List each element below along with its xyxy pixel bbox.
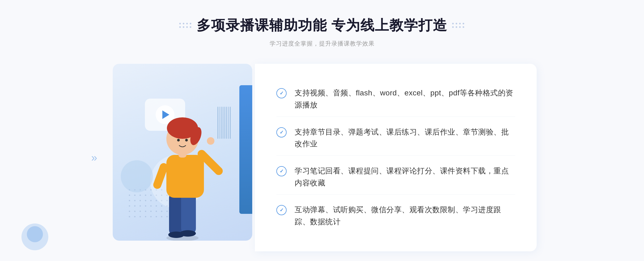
check-mark-4: ✓	[280, 207, 284, 213]
check-mark-3: ✓	[280, 168, 284, 174]
left-chevrons-decoration: »	[91, 152, 95, 164]
feature-item-1: ✓ 支持视频、音频、flash、word、excel、ppt、pdf等各种格式的…	[276, 82, 515, 117]
check-icon-3: ✓	[276, 166, 287, 176]
feature-text-3: 学习笔记回看、课程提问、课程评论打分、课件资料下载，重点内容收藏	[295, 165, 515, 189]
person-figure	[134, 101, 231, 241]
title-area: 多项录播课辅助功能 专为线上教学打造	[179, 16, 465, 35]
content-area: »	[107, 64, 537, 251]
check-icon-2: ✓	[276, 127, 287, 137]
features-panel: ✓ 支持视频、音频、flash、word、excel、ppt、pdf等各种格式的…	[255, 64, 537, 251]
svg-point-13	[185, 139, 188, 141]
svg-point-4	[180, 230, 196, 237]
feature-text-2: 支持章节目录、弹题考试、课后练习、课后作业、章节测验、批改作业	[295, 126, 515, 150]
svg-point-12	[177, 139, 180, 141]
feature-item-2: ✓ 支持章节目录、弹题考试、课后练习、课后作业、章节测验、批改作业	[276, 121, 515, 156]
check-icon-1: ✓	[276, 88, 287, 98]
feature-item-4: ✓ 互动弹幕、试听购买、微信分享、观看次数限制、学习进度跟踪、数据统计	[276, 199, 515, 233]
subtitle: 学习进度全掌握，提升录播课教学效果	[270, 40, 375, 48]
feature-text-1: 支持视频、音频、flash、word、excel、ppt、pdf等各种格式的资源…	[295, 87, 515, 111]
page-wrapper: 多项录播课辅助功能 专为线上教学打造 学习进度全掌握，提升录播课教学效果 »	[0, 0, 644, 261]
illustration-panel	[107, 64, 258, 246]
check-mark-2: ✓	[280, 129, 284, 135]
check-icon-4: ✓	[276, 205, 287, 215]
main-title: 多项录播课辅助功能 专为线上教学打造	[197, 16, 447, 35]
svg-point-14	[207, 137, 214, 145]
svg-rect-7	[152, 162, 169, 190]
svg-rect-2	[181, 192, 196, 234]
blue-vertical-strip	[239, 85, 252, 214]
check-mark-1: ✓	[280, 90, 284, 96]
feature-item-3: ✓ 学习笔记回看、课程提问、课程评论打分、课件资料下载，重点内容收藏	[276, 160, 515, 195]
bottom-left-circle-2	[27, 226, 43, 242]
illustration-background	[113, 64, 252, 241]
feature-text-4: 互动弹幕、试听购买、微信分享、观看次数限制、学习进度跟踪、数据统计	[295, 204, 515, 228]
left-dots-decoration	[179, 23, 192, 28]
right-dots-decoration	[452, 23, 465, 28]
svg-rect-5	[166, 155, 204, 198]
